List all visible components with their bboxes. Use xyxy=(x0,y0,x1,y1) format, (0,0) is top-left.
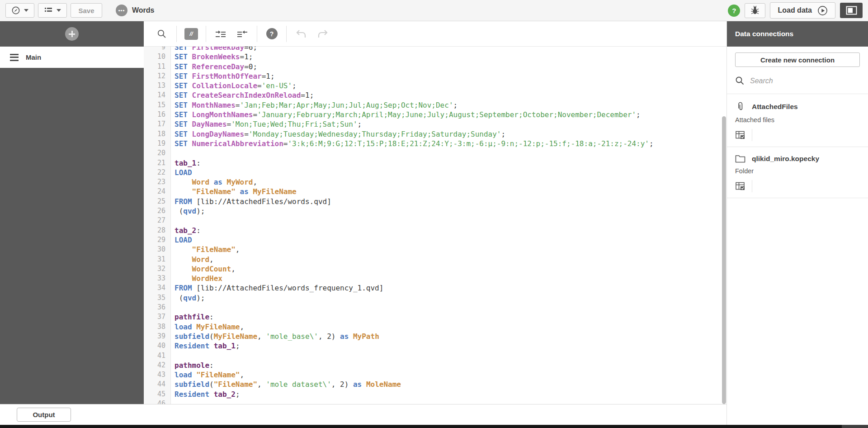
connection-item[interactable]: AttachedFilesAttached files xyxy=(727,94,868,147)
script-editor: // ? xyxy=(144,21,726,404)
code-text xyxy=(171,399,175,404)
bottom-strip xyxy=(0,425,868,428)
code-text: pathfile: xyxy=(171,312,214,322)
code-line[interactable]: 20 xyxy=(144,148,726,158)
code-line[interactable]: 14SET CreateSearchIndexOnReload=1; xyxy=(144,90,726,100)
undo-button[interactable] xyxy=(290,24,312,44)
code-line[interactable]: 10SET BrokenWeeks=1; xyxy=(144,52,726,62)
line-number: 9 xyxy=(144,47,171,52)
select-data-icon xyxy=(735,181,745,191)
add-section-button[interactable] xyxy=(65,27,79,41)
line-number: 13 xyxy=(144,81,171,90)
code-line[interactable]: 22LOAD xyxy=(144,168,726,177)
editor-scrollbar-thumb[interactable] xyxy=(722,116,726,404)
panel-header: Data connections xyxy=(727,21,868,47)
code-text: tab_1: xyxy=(171,158,201,168)
top-toolbar: Save ••• Words ? Load data xyxy=(0,0,868,21)
code-line[interactable]: 18SET LongDayNames='Monday;Tuesday;Wedne… xyxy=(144,129,726,139)
code-editor-area[interactable]: 9SET FirstWeekDay=6;10SET BrokenWeeks=1;… xyxy=(144,47,726,404)
code-line[interactable]: 39subfield(MyFileName, 'mole_base\', 2) … xyxy=(144,332,726,341)
code-line[interactable]: 11SET ReferenceDay=0; xyxy=(144,62,726,71)
load-data-button[interactable]: Load data xyxy=(770,2,835,19)
sections-menu-button[interactable] xyxy=(38,3,67,18)
redo-button[interactable] xyxy=(312,24,334,44)
code-line[interactable]: 26 (qvd); xyxy=(144,206,726,216)
paperclip-icon xyxy=(735,101,745,112)
panel-toggle-icon xyxy=(846,6,857,15)
code-text: SET CreateSearchIndexOnReload=1; xyxy=(171,90,314,100)
help-button[interactable]: ? xyxy=(728,5,740,17)
code-line[interactable]: 13SET CollationLocale='en-US'; xyxy=(144,81,726,90)
sidebar-item-main[interactable]: Main xyxy=(0,47,144,68)
select-data-button[interactable] xyxy=(735,129,752,141)
navigation-menu-button[interactable] xyxy=(5,3,34,18)
code-line[interactable]: 34FROM [lib://AttachedFiles/words_freque… xyxy=(144,283,726,293)
toggle-right-panel-button[interactable] xyxy=(840,3,863,18)
code-line[interactable]: 45Resident tab_2; xyxy=(144,390,726,399)
connection-item[interactable]: qlikid_miro.kopeckyFolder xyxy=(727,147,868,198)
line-number: 30 xyxy=(144,245,171,254)
code-line[interactable]: 43load "FileName", xyxy=(144,370,726,380)
code-text xyxy=(171,148,175,158)
line-number: 25 xyxy=(144,197,171,206)
code-line[interactable]: 28tab_2: xyxy=(144,226,726,235)
line-number: 36 xyxy=(144,303,171,312)
line-number: 39 xyxy=(144,332,171,341)
search-input[interactable] xyxy=(750,77,840,85)
code-line[interactable]: 16SET LongMonthNames='January;February;M… xyxy=(144,110,726,119)
debug-button[interactable] xyxy=(745,3,765,18)
code-line[interactable]: 29LOAD xyxy=(144,235,726,245)
code-line[interactable]: 27 xyxy=(144,216,726,225)
code-text: SET MonthNames='Jan;Feb;Mar;Apr;May;Jun;… xyxy=(171,100,458,110)
code-line[interactable]: 46 xyxy=(144,399,726,404)
code-line[interactable]: 30 "FileName", xyxy=(144,245,726,254)
code-line[interactable]: 44subfield("FileName", 'mole dataset\', … xyxy=(144,380,726,389)
code-line[interactable]: 12SET FirstMonthOfYear=1; xyxy=(144,71,726,81)
code-line[interactable]: 21tab_1: xyxy=(144,158,726,168)
code-line[interactable]: 32 WordCount, xyxy=(144,264,726,274)
save-button[interactable]: Save xyxy=(71,3,102,18)
comment-button[interactable]: // xyxy=(180,24,202,44)
line-number: 15 xyxy=(144,100,171,110)
connection-type: Folder xyxy=(735,167,860,175)
code-line[interactable]: 31 Word, xyxy=(144,255,726,264)
code-line[interactable]: 17SET DayNames='Mon;Tue;Wed;Thu;Fri;Sat;… xyxy=(144,119,726,129)
code-line[interactable]: 23 Word as MyWord, xyxy=(144,177,726,187)
code-line[interactable]: 33 WordHex xyxy=(144,274,726,283)
outdent-button[interactable] xyxy=(231,24,253,44)
code-line[interactable]: 19SET NumericalAbbreviation='3:k;6:M;9:G… xyxy=(144,139,726,148)
connection-name: qlikid_miro.kopecky xyxy=(752,155,819,163)
code-line[interactable]: 36 xyxy=(144,303,726,312)
search-button[interactable] xyxy=(151,24,173,44)
code-text: SET NumericalAbbreviation='3:k;6:M;9:G;1… xyxy=(171,139,654,148)
code-text: SET DayNames='Mon;Tue;Wed;Thu;Fri;Sat;Su… xyxy=(171,119,362,129)
line-number: 29 xyxy=(144,235,171,245)
select-data-icon xyxy=(735,130,745,140)
app-identity[interactable]: ••• Words xyxy=(116,5,154,16)
code-line[interactable]: 41 xyxy=(144,351,726,361)
line-number: 27 xyxy=(144,216,171,225)
line-number: 19 xyxy=(144,139,171,148)
code-text: Resident tab_1; xyxy=(171,341,240,351)
code-line[interactable]: 25FROM [lib://AttachedFiles/words.qvd] xyxy=(144,197,726,206)
indent-button[interactable] xyxy=(210,24,231,44)
output-button[interactable]: Output xyxy=(17,408,71,422)
code-line[interactable]: 35 (qvd); xyxy=(144,293,726,303)
help-syntax-button[interactable]: ? xyxy=(261,24,283,44)
create-connection-button[interactable]: Create new connection xyxy=(735,52,860,67)
code-line[interactable]: 9SET FirstWeekDay=6; xyxy=(144,47,726,52)
code-line[interactable]: 38load MyFileName, xyxy=(144,322,726,332)
code-line[interactable]: 24 "FileName" as MyFileName xyxy=(144,187,726,196)
chevron-down-icon xyxy=(24,9,28,12)
toolbar-divider xyxy=(286,26,287,42)
code-line[interactable]: 37pathfile: xyxy=(144,312,726,322)
line-number: 20 xyxy=(144,148,171,158)
play-circle-icon xyxy=(817,5,828,16)
code-line[interactable]: 40Resident tab_1; xyxy=(144,341,726,351)
code-line[interactable]: 15SET MonthNames='Jan;Feb;Mar;Apr;May;Ju… xyxy=(144,100,726,110)
code-text: LOAD xyxy=(171,235,192,245)
list-icon xyxy=(44,6,53,14)
code-line[interactable]: 42pathmole: xyxy=(144,361,726,370)
select-data-button[interactable] xyxy=(735,180,752,192)
line-number: 37 xyxy=(144,312,171,322)
